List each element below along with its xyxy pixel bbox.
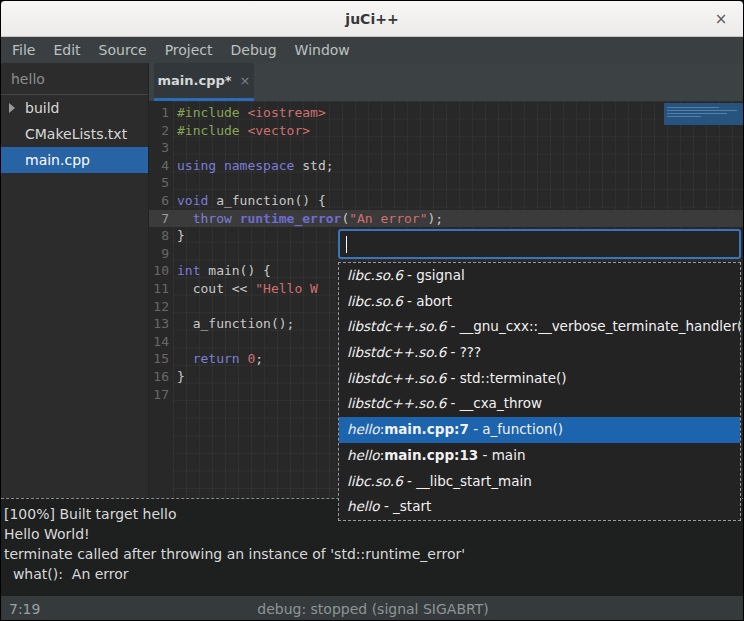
menu-item-source[interactable]: Source — [90, 37, 156, 63]
diagnostic-overlay — [664, 103, 744, 125]
overlay-text-line — [667, 116, 701, 117]
stack-frame-item[interactable]: libc.so.6 - __libc_start_main — [339, 469, 740, 495]
code-text: void a_function() { — [171, 192, 326, 210]
stack-frame-item[interactable]: libstdc++.so.6 - __cxa_throw — [339, 391, 740, 417]
code-text: int main() { — [171, 262, 271, 280]
code-token: cout << — [177, 281, 255, 296]
code-text: #include <vector> — [171, 122, 310, 140]
code-text: } — [171, 368, 185, 386]
code-token: #include — [177, 123, 247, 138]
sidebar-item-build[interactable]: build — [1, 95, 148, 121]
tab-main-cpp[interactable]: main.cpp* × — [154, 63, 254, 98]
code-line[interactable]: 1#include <iostream> — [149, 104, 744, 122]
line-number: 15 — [149, 350, 171, 368]
code-text — [171, 333, 177, 351]
sidebar: hello buildCMakeLists.txtmain.cpp — [1, 63, 149, 498]
code-token: throw — [193, 211, 232, 226]
stack-frame-item[interactable]: libc.so.6 - abort — [339, 289, 740, 315]
code-text — [171, 245, 177, 263]
code-token — [177, 211, 193, 226]
tree-item-label: CMakeLists.txt — [25, 126, 127, 142]
code-text — [171, 386, 177, 404]
code-token: return — [193, 351, 240, 366]
stack-frame-item[interactable]: hello:main.cpp:7 - a_function() — [339, 417, 740, 443]
code-token: runtime_error — [240, 211, 342, 226]
menu-item-debug[interactable]: Debug — [222, 37, 286, 63]
code-line[interactable]: 3 — [149, 139, 744, 157]
line-number: 7 — [149, 210, 171, 228]
frame-location: main.cpp:7 — [384, 421, 469, 437]
expander-icon[interactable] — [9, 103, 15, 113]
status-bar: 7:19 debug: stopped (signal SIGABRT) — [1, 596, 744, 621]
line-number: 17 — [149, 386, 171, 404]
frame-location: main.cpp:13 — [384, 447, 478, 463]
line-number: 8 — [149, 227, 171, 245]
code-text — [171, 139, 177, 157]
code-token: using — [177, 158, 216, 173]
titlebar[interactable]: juCi++ × — [1, 1, 743, 37]
frame-library: hello — [347, 447, 380, 463]
line-number: 4 — [149, 157, 171, 175]
sidebar-item-main-cpp[interactable]: main.cpp — [1, 147, 148, 173]
line-number: 5 — [149, 174, 171, 192]
stack-frame-item[interactable]: libstdc++.so.6 - __gnu_cxx::__verbose_te… — [339, 314, 740, 340]
juci-window: juCi++ × FileEditSourceProjectDebugWindo… — [0, 0, 744, 621]
stack-frame-item[interactable]: libc.so.6 - gsignal — [339, 263, 740, 289]
stack-frame-list: libc.so.6 - gsignallibc.so.6 - abortlibs… — [338, 262, 741, 521]
line-number: 11 — [149, 280, 171, 298]
debug-status: debug: stopped (signal SIGABRT) — [1, 596, 744, 621]
stack-frame-item[interactable]: libstdc++.so.6 - ??? — [339, 340, 740, 366]
code-token: "Hello W — [255, 281, 318, 296]
overlay-text-line — [667, 107, 719, 108]
frame-library: hello — [347, 421, 380, 437]
code-token: a_function() { — [208, 193, 325, 208]
code-text: using namespace std; — [171, 157, 334, 175]
code-token: ); — [427, 211, 443, 226]
code-token: #include — [177, 105, 247, 120]
code-token: <iostream> — [247, 105, 325, 120]
tab-bar: main.cpp* × — [149, 63, 744, 101]
code-line[interactable]: 5 — [149, 174, 744, 192]
code-text: } — [171, 227, 185, 245]
code-text — [171, 174, 177, 192]
menu-item-file[interactable]: File — [3, 37, 44, 63]
code-line[interactable]: 6void a_function() { — [149, 192, 744, 210]
menu-item-project[interactable]: Project — [156, 37, 222, 63]
code-token: } — [177, 369, 185, 384]
frame-library: libstdc++.so.6 — [347, 344, 446, 360]
menu-item-edit[interactable]: Edit — [44, 37, 89, 63]
window-title: juCi++ — [345, 11, 398, 27]
stack-frame-item[interactable]: libstdc++.so.6 - std::terminate() — [339, 366, 740, 392]
output-line: what(): An error — [4, 564, 742, 584]
frame-library: libstdc++.so.6 — [347, 395, 446, 411]
code-token: <vector> — [247, 123, 310, 138]
frame-library: libc.so.6 — [347, 267, 403, 283]
menubar: FileEditSourceProjectDebugWindow — [1, 37, 743, 63]
stack-frame-item[interactable]: hello:main.cpp:13 - main — [339, 443, 740, 469]
overlay-text-line — [667, 113, 727, 114]
code-text: cout << "Hello W — [171, 280, 318, 298]
line-number: 13 — [149, 315, 171, 333]
code-line[interactable]: 2#include <vector> — [149, 122, 744, 140]
popup-search-input[interactable] — [338, 229, 741, 259]
line-number: 16 — [149, 368, 171, 386]
code-token: ; — [255, 351, 263, 366]
frame-library: libc.so.6 — [347, 293, 403, 309]
code-line[interactable]: 4using namespace std; — [149, 157, 744, 175]
file-tree: buildCMakeLists.txtmain.cpp — [1, 95, 148, 173]
tab-close-icon[interactable]: × — [240, 73, 251, 88]
code-line[interactable]: 7 throw runtime_error("An error"); — [149, 210, 744, 228]
menu-item-window[interactable]: Window — [286, 37, 359, 63]
code-text: #include <iostream> — [171, 104, 326, 122]
sidebar-item-cmakelists-txt[interactable]: CMakeLists.txt — [1, 121, 148, 147]
frame-library: libstdc++.so.6 — [347, 318, 446, 334]
line-number: 12 — [149, 298, 171, 316]
code-token — [232, 211, 240, 226]
line-number: 14 — [149, 333, 171, 351]
stack-frame-item[interactable]: hello - _start — [339, 494, 740, 520]
close-icon[interactable]: × — [711, 9, 731, 29]
code-token — [177, 351, 193, 366]
frame-library: libstdc++.so.6 — [347, 370, 446, 386]
tree-item-label: build — [25, 100, 59, 116]
code-token: } — [177, 228, 185, 243]
